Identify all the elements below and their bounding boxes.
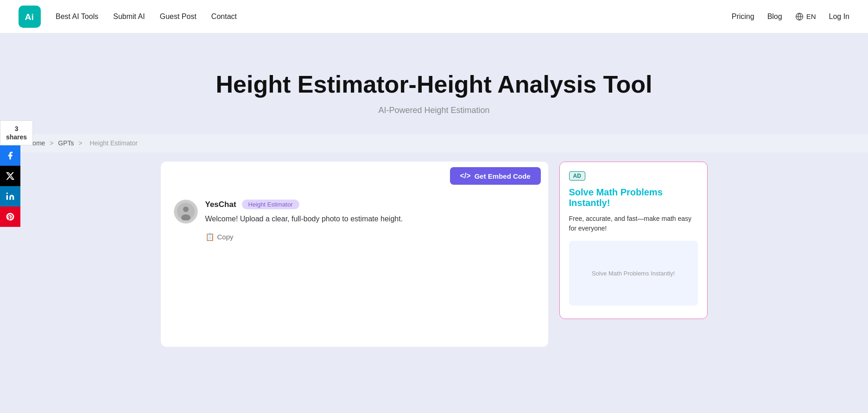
copy-label: Copy	[217, 233, 234, 241]
linkedin-share-button[interactable]	[0, 186, 20, 206]
pinterest-icon	[6, 212, 15, 221]
breadcrumb-gpts[interactable]: GPTs	[58, 139, 74, 147]
nav-best-ai-tools[interactable]: Best AI Tools	[56, 13, 98, 21]
chat-area: </> Get Embed Code YesChat Height Estima…	[161, 162, 548, 347]
nav-links-right: Pricing Blog EN Log In	[732, 13, 849, 21]
chat-messages: YesChat Height Estimator Welcome! Upload…	[161, 190, 548, 252]
svg-rect-3	[6, 195, 8, 200]
facebook-icon	[6, 151, 15, 160]
lang-label: EN	[806, 13, 816, 20]
avatar	[174, 200, 198, 224]
language-selector[interactable]: EN	[795, 13, 816, 21]
breadcrumb-current: Height Estimator	[90, 139, 138, 147]
code-icon: </>	[460, 172, 471, 180]
hero-section: Height Estimator-Height Analysis Tool AI…	[0, 33, 868, 134]
nav-submit-ai[interactable]: Submit AI	[113, 13, 145, 21]
svg-point-6	[183, 206, 189, 212]
message-text: Welcome! Upload a clear, full-body photo…	[205, 213, 535, 225]
twitter-x-icon	[6, 171, 15, 181]
nav-pricing[interactable]: Pricing	[732, 13, 754, 21]
tag-badge: Height Estimator	[242, 200, 299, 209]
breadcrumb-sep-2: >	[78, 139, 84, 147]
linkedin-icon	[6, 192, 15, 201]
breadcrumb-sep-1: >	[50, 139, 55, 147]
ad-badge: AD	[569, 171, 585, 181]
yeschat-avatar-icon	[177, 203, 195, 220]
pinterest-share-button[interactable]	[0, 206, 20, 227]
message-header: YesChat Height Estimator	[205, 200, 535, 209]
breadcrumb: Home > GPTs > Height Estimator	[0, 134, 868, 152]
nav-blog[interactable]: Blog	[767, 13, 782, 21]
ad-title: Solve Math Problems Instantly!	[569, 187, 698, 208]
ad-card[interactable]: AD Solve Math Problems Instantly! Free, …	[559, 162, 708, 319]
message-row: YesChat Height Estimator Welcome! Upload…	[174, 200, 535, 243]
sender-name: YesChat	[205, 200, 236, 209]
message-body: YesChat Height Estimator Welcome! Upload…	[205, 200, 535, 243]
ad-sidebar: AD Solve Math Problems Instantly! Free, …	[559, 162, 708, 347]
embed-btn-row: </> Get Embed Code	[161, 162, 548, 190]
page-title: Height Estimator-Height Analysis Tool	[9, 70, 859, 98]
copy-button[interactable]: 📋 Copy	[205, 231, 234, 243]
embed-btn-label: Get Embed Code	[475, 172, 531, 180]
svg-point-4	[6, 193, 8, 194]
ad-description: Free, accurate, and fast—make math easy …	[569, 214, 698, 233]
ad-image: Solve Math Problems Instantly!	[569, 241, 698, 306]
main-content: </> Get Embed Code YesChat Height Estima…	[133, 152, 735, 365]
site-logo[interactable]: Ai	[19, 6, 41, 28]
share-count: 3 shares	[0, 120, 33, 145]
logo-icon: Ai	[23, 10, 36, 23]
translate-icon	[795, 13, 804, 21]
nav-guest-post[interactable]: Guest Post	[160, 13, 196, 21]
login-link[interactable]: Log In	[829, 13, 849, 21]
nav-contact[interactable]: Contact	[211, 13, 237, 21]
facebook-share-button[interactable]	[0, 145, 20, 166]
svg-text:Ai: Ai	[25, 12, 34, 22]
hero-subtitle: AI-Powered Height Estimation	[9, 106, 859, 115]
social-sidebar: 3 shares	[0, 120, 33, 227]
get-embed-code-button[interactable]: </> Get Embed Code	[450, 167, 541, 185]
nav-links-left: Best AI Tools Submit AI Guest Post Conta…	[56, 13, 237, 21]
navbar: Ai Best AI Tools Submit AI Guest Post Co…	[0, 0, 868, 33]
copy-icon: 📋	[205, 232, 215, 241]
twitter-share-button[interactable]	[0, 166, 20, 186]
